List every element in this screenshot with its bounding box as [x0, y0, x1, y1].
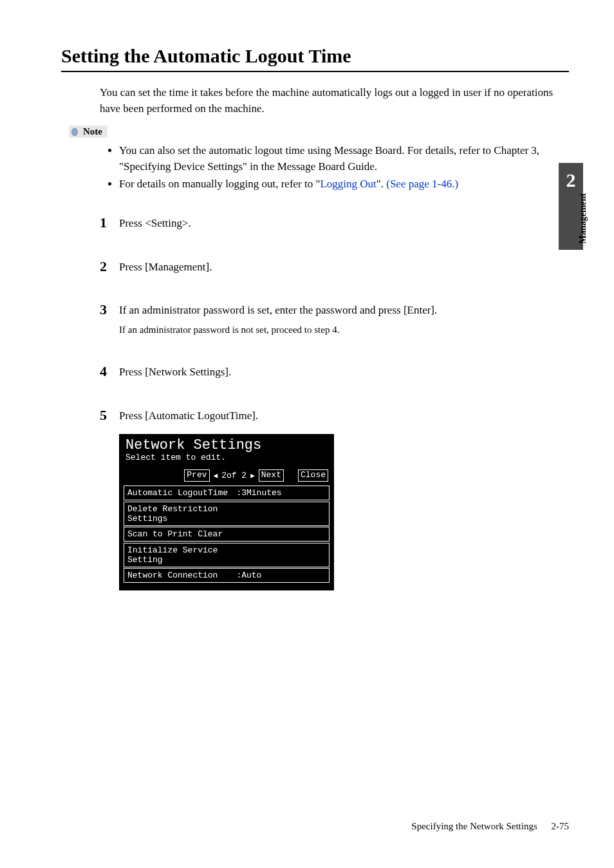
page-indicator: 2of 2 — [221, 471, 247, 480]
step-text: Press [Network Settings]. — [119, 364, 569, 381]
note-label: Note — [83, 126, 102, 137]
lcd-item-automatic-logout[interactable]: Automatic LogoutTime :3Minutes — [124, 486, 330, 500]
close-button[interactable]: Close — [298, 469, 328, 482]
step-number: 1 — [100, 215, 119, 232]
note-item-mid: ". — [377, 178, 386, 190]
page-indicator-group: ◀ 2of 2 ▶ — [214, 471, 255, 480]
step-3: 3 If an administrator password is set, e… — [100, 302, 569, 337]
prev-button[interactable]: Prev — [184, 469, 209, 482]
step-number: 5 — [100, 408, 119, 424]
lcd-item-scan-to-print[interactable]: Scan to Print Clear — [124, 527, 330, 542]
steps-list: 1 Press <Setting>. 2 Press [Management].… — [100, 215, 569, 424]
link-logging-out[interactable]: Logging Out — [320, 178, 376, 190]
step-text: Press [Management]. — [119, 259, 569, 276]
footer-page: 2-75 — [552, 821, 570, 831]
lcd-item-value: :Auto — [236, 571, 261, 580]
step-1: 1 Press <Setting>. — [100, 215, 569, 232]
note-list: You can also set the automatic logout ti… — [119, 143, 569, 192]
lcd-item-label: Scan to Print Clear — [127, 529, 236, 539]
chapter-label: Management — [578, 193, 588, 244]
next-button[interactable]: Next — [259, 469, 284, 482]
page-footer: Specifying the Network Settings 2-75 — [411, 821, 569, 832]
lcd-item-delete-restriction[interactable]: Delete Restriction Settings — [124, 502, 330, 526]
step-number: 2 — [100, 259, 119, 276]
note-item: You can also set the automatic logout ti… — [119, 143, 569, 175]
link-see-page[interactable]: (See page 1-46.) — [386, 178, 458, 190]
step-2: 2 Press [Management]. — [100, 259, 569, 276]
step-text: Press <Setting>. — [119, 215, 569, 232]
lcd-screen: Network Settings Select item to edit. Pr… — [119, 434, 334, 590]
note-block: Note You can also set the automatic logo… — [69, 126, 569, 192]
lcd-item-label: Network Connection — [127, 571, 236, 580]
lcd-title-area: Network Settings Select item to edit. — [122, 437, 331, 465]
lcd-title: Network Settings — [126, 438, 328, 453]
lcd-item-initialize-service[interactable]: Initialize Service Setting — [124, 543, 330, 567]
lcd-item-label: Initialize Service Setting — [127, 545, 236, 565]
step-4: 4 Press [Network Settings]. — [100, 364, 569, 381]
step-number: 3 — [100, 302, 119, 337]
lcd-item-label: Delete Restriction Settings — [127, 504, 236, 524]
page-heading: Setting the Automatic Logout Time — [61, 45, 569, 72]
lcd-nav: Prev ◀ 2of 2 ▶ Next Close — [122, 465, 331, 486]
arrow-left-icon: ◀ — [214, 471, 218, 480]
lcd-item-value: :3Minutes — [236, 488, 281, 498]
lcd-item-label: Automatic LogoutTime — [127, 488, 236, 498]
step-subtext: If an administrator password is not set,… — [119, 323, 569, 337]
arrow-right-icon: ▶ — [250, 471, 255, 480]
lcd-item-network-connection[interactable]: Network Connection :Auto — [124, 568, 330, 583]
note-item: For details on manually logging out, ref… — [119, 176, 569, 193]
chapter-number: 2 — [566, 169, 576, 191]
note-item-text: You can also set the automatic logout ti… — [119, 144, 539, 173]
footer-section: Specifying the Network Settings — [411, 821, 537, 831]
step-number: 4 — [100, 364, 119, 381]
note-header: Note — [69, 126, 107, 138]
step-text: If an administrator password is set, ent… — [119, 302, 569, 319]
svg-point-0 — [72, 128, 78, 136]
lcd-subtitle: Select item to edit. — [126, 453, 328, 465]
note-icon — [71, 127, 80, 137]
step-text: Press [Automatic LogoutTime]. — [119, 408, 569, 424]
step-5: 5 Press [Automatic LogoutTime]. — [100, 408, 569, 424]
note-item-prefix: For details on manually logging out, ref… — [119, 178, 320, 190]
intro-paragraph: You can set the time it takes before the… — [100, 85, 569, 117]
lcd-items: Automatic LogoutTime :3Minutes Delete Re… — [122, 486, 331, 588]
